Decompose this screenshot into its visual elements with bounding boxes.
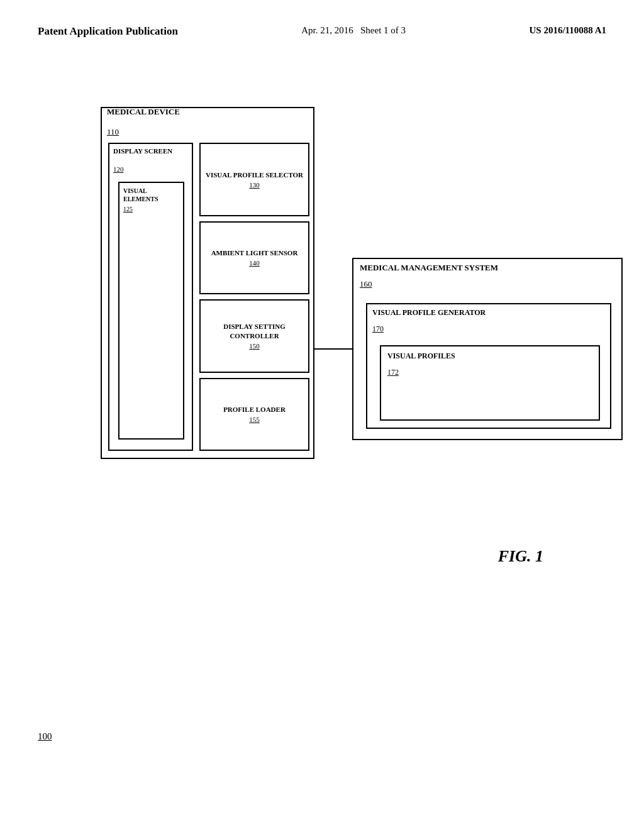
header-right-text: US 2016/110088 A1: [529, 25, 606, 36]
profile-loader-box: PROFILE LOADER 155: [199, 378, 309, 451]
diagram-area: MEDICAL DEVICE 110 DISPLAY SCREEN 120 VI…: [50, 88, 606, 704]
mms-box: MEDICAL MANAGEMENT SYSTEM 160 VISUAL PRO…: [352, 258, 623, 440]
profile-loader-ref: 155: [249, 416, 260, 423]
display-screen-label: DISPLAY SCREEN: [113, 147, 172, 155]
ambient-light-sensor-label: AMBIENT LIGHT SENSOR: [211, 248, 298, 257]
visual-profile-selector-box: VISUAL PROFILE SELECTOR 130: [199, 143, 309, 216]
mms-ref: 160: [360, 279, 372, 289]
display-setting-controller-ref: 150: [249, 342, 260, 350]
ambient-light-sensor-box: AMBIENT LIGHT SENSOR 140: [199, 221, 309, 295]
vpg-box: VISUAL PROFILE GENERATOR 170 VISUAL PROF…: [366, 303, 611, 429]
display-screen-ref: 120: [113, 165, 124, 173]
visual-elements-label: VISUAL ELEMENTS: [123, 187, 183, 203]
vp-ref: 172: [387, 368, 399, 377]
display-setting-controller-label: DISPLAY SETTING CONTROLLER: [204, 322, 304, 340]
medical-device-label: MEDICAL DEVICE: [107, 107, 180, 118]
header-center-text: Apr. 21, 2016 Sheet 1 of 3: [301, 25, 406, 36]
display-setting-controller-box: DISPLAY SETTING CONTROLLER 150: [199, 299, 309, 373]
visual-elements-ref: 125: [123, 206, 133, 213]
display-screen-box: DISPLAY SCREEN 120 VISUAL ELEMENTS 125: [108, 143, 193, 451]
profile-loader-label: PROFILE LOADER: [223, 405, 286, 414]
system-ref: 100: [38, 731, 52, 742]
mms-label: MEDICAL MANAGEMENT SYSTEM: [360, 263, 498, 274]
vpg-ref: 170: [372, 324, 384, 334]
visual-profile-selector-ref: 130: [249, 181, 260, 189]
vpg-label: VISUAL PROFILE GENERATOR: [372, 308, 486, 318]
right-col: VISUAL PROFILE SELECTOR 130 AMBIENT LIGH…: [199, 143, 309, 451]
medical-device-box: MEDICAL DEVICE 110 DISPLAY SCREEN 120 VI…: [101, 107, 314, 459]
header-left-text: Patent Application Publication: [38, 25, 178, 38]
vp-box: VISUAL PROFILES 172: [380, 345, 600, 421]
ambient-light-sensor-ref: 140: [249, 259, 260, 267]
header-date: Apr. 21, 2016: [301, 25, 353, 35]
medical-device-ref: 110: [107, 127, 119, 137]
visual-profile-selector-label: VISUAL PROFILE SELECTOR: [206, 170, 303, 179]
fig-label: FIG. 1: [498, 547, 543, 566]
vp-label: VISUAL PROFILES: [387, 351, 455, 362]
visual-elements-box: VISUAL ELEMENTS 125: [118, 182, 184, 440]
header-sheet: Sheet 1 of 3: [360, 25, 406, 35]
